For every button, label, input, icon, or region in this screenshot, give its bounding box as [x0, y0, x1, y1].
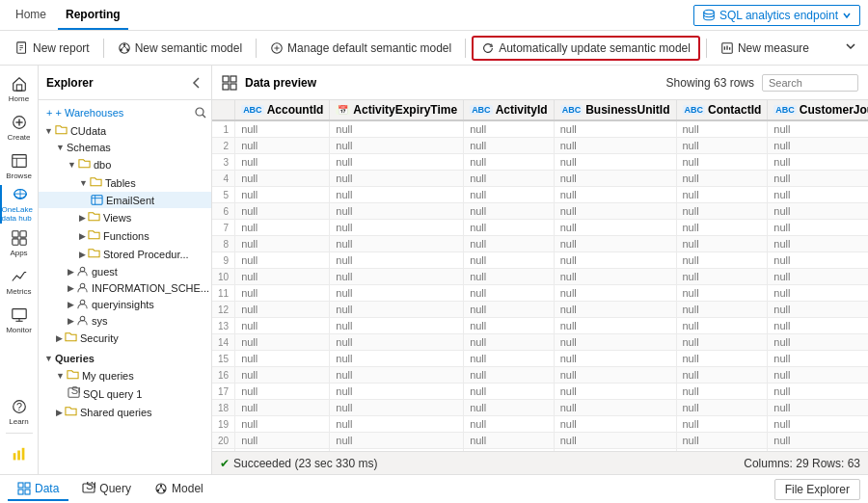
add-warehouses-button[interactable]: + + Warehouses: [39, 104, 211, 121]
explorer-collapse-button[interactable]: [190, 76, 203, 90]
table-cell: null: [554, 285, 676, 302]
tab-query[interactable]: SQL Query: [72, 478, 141, 501]
tree-security[interactable]: ▶ Security: [39, 329, 211, 347]
table-cell: null: [330, 367, 464, 384]
tree-infoschema[interactable]: ▶ INFORMATION_SCHE...: [39, 279, 211, 296]
table-cell: null: [464, 154, 555, 171]
table-cell: null: [235, 252, 330, 269]
sidebar-item-onelake[interactable]: OneLake data hub: [0, 185, 39, 224]
sidebar-item-apps[interactable]: Apps: [0, 224, 39, 262]
sidebar-item-monitor[interactable]: Monitor: [0, 301, 39, 339]
sidebar-item-learn[interactable]: ? Learn: [0, 392, 39, 431]
table-cell: null: [235, 138, 330, 154]
manage-default-semantic-model-button[interactable]: Manage default semantic model: [262, 38, 459, 59]
sidebar-item-home[interactable]: Home: [0, 69, 39, 108]
nav-tab-reporting[interactable]: Reporting: [58, 0, 128, 30]
file-explorer-button[interactable]: File Explorer: [774, 479, 860, 500]
table-row: 20nullnullnullnullnullnullnull: [212, 433, 868, 449]
sql-analytics-button[interactable]: SQL analytics endpoint: [693, 5, 860, 26]
svg-rect-54: [231, 84, 236, 90]
table-cell: null: [768, 187, 868, 203]
table-cell: null: [554, 236, 676, 252]
table-cell: null: [235, 384, 330, 400]
svg-point-62: [160, 484, 162, 486]
table-cell: null: [554, 302, 676, 318]
tree-functions[interactable]: ▶ Functions: [39, 226, 211, 245]
table-cell: null: [464, 236, 555, 252]
folder-icon: [55, 123, 68, 136]
table-cell: null: [676, 367, 768, 384]
table-header-row: ABC AccountId 📅 ActivityExpiryTime: [212, 100, 868, 120]
sidebar-item-create[interactable]: Create: [0, 108, 39, 146]
data-table-container[interactable]: ABC AccountId 📅 ActivityExpiryTime: [212, 100, 868, 451]
tree-cudata[interactable]: ▼ CUdata: [39, 121, 211, 140]
tab-model[interactable]: Model: [145, 478, 213, 501]
folder-icon: [88, 247, 100, 259]
tree-emailsent[interactable]: EmailSent: [39, 192, 211, 208]
tree-queryinsights[interactable]: ▶ queryinsights: [39, 296, 211, 312]
table-cell: null: [464, 433, 555, 449]
table-cell: null: [464, 334, 555, 351]
nav-tab-home[interactable]: Home: [8, 0, 54, 30]
tree-storedproc[interactable]: ▶ Stored Procedur...: [39, 245, 211, 263]
table-cell: null: [554, 154, 676, 171]
table-cell: null: [235, 154, 330, 171]
table-cell: null: [554, 433, 676, 449]
table-cell: null: [235, 367, 330, 384]
new-measure-button[interactable]: New measure: [713, 38, 817, 59]
table-cell: null: [768, 220, 868, 236]
tree-sys[interactable]: ▶ sys: [39, 312, 211, 329]
table-cell: null: [235, 120, 330, 138]
folder-icon: [67, 368, 79, 381]
tree-schemas[interactable]: ▼ Schemas: [39, 140, 211, 155]
table-row: 4nullnullnullnullnullnullnull: [212, 171, 868, 187]
top-nav-right: SQL analytics endpoint: [693, 5, 860, 26]
svg-point-0: [704, 10, 715, 13]
table-cell: null: [554, 400, 676, 416]
tree-tables[interactable]: ▼ Tables: [39, 173, 211, 192]
table-row: 8nullnullnullnullnullnullnull: [212, 236, 868, 252]
tree-sqlquery1[interactable]: SQL SQL query 1: [39, 384, 211, 403]
table-cell: null: [554, 203, 676, 220]
update-icon: [481, 41, 495, 55]
table-row: 17nullnullnullnullnullnullnull: [212, 384, 868, 400]
table-row: 12nullnullnullnullnullnullnull: [212, 302, 868, 318]
table-cell: null: [768, 203, 868, 220]
new-report-button[interactable]: New report: [8, 38, 97, 59]
tree-sharedqueries[interactable]: ▶ Shared queries: [39, 403, 211, 421]
toolbar-expand-button[interactable]: [841, 37, 860, 59]
table-cell: null: [330, 400, 464, 416]
tree-dbo[interactable]: ▼ dbo: [39, 155, 211, 173]
sidebar-item-powerbi[interactable]: [0, 436, 39, 474]
svg-rect-29: [19, 230, 25, 236]
table-cell: null: [554, 187, 676, 203]
table-cell: null: [676, 171, 768, 187]
table-cell: null: [235, 433, 330, 449]
table-cell: null: [554, 416, 676, 433]
table-cell: null: [676, 384, 768, 400]
table-cell: null: [676, 120, 768, 138]
tab-data[interactable]: Data: [8, 478, 68, 501]
table-cell: null: [330, 171, 464, 187]
table-cell: null: [676, 236, 768, 252]
table-cell: null: [330, 334, 464, 351]
tree-queries[interactable]: ▼ Queries: [39, 351, 211, 366]
table-cell: null: [676, 187, 768, 203]
svg-rect-38: [17, 451, 20, 461]
tree-views[interactable]: ▶ Views: [39, 208, 211, 226]
search-input[interactable]: [762, 74, 858, 92]
search-icon[interactable]: [194, 106, 207, 119]
auto-update-semantic-model-button[interactable]: Automatically update semantic model: [472, 36, 700, 61]
query-icon: SQL: [68, 386, 80, 399]
svg-line-9: [124, 45, 127, 48]
tree-myqueries[interactable]: ▼ My queries: [39, 366, 211, 384]
table-cell: null: [768, 367, 868, 384]
learn-icon: ?: [11, 398, 28, 415]
sidebar-item-metrics[interactable]: Metrics: [0, 262, 39, 301]
table-body: 1nullnullnullnullnullnullnull2nullnullnu…: [212, 120, 868, 451]
svg-line-65: [161, 487, 163, 490]
table-cell: null: [768, 400, 868, 416]
tree-guest[interactable]: ▶ guest: [39, 263, 211, 279]
sidebar-item-browse[interactable]: Browse: [0, 146, 39, 185]
new-semantic-model-button[interactable]: New semantic model: [110, 38, 250, 59]
